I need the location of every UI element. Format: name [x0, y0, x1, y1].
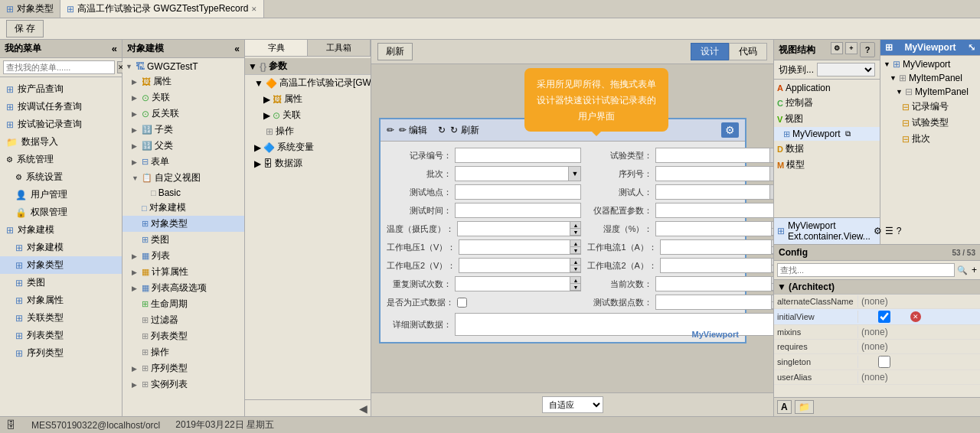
tree-table[interactable]: ▶ ⊟ 表单 — [122, 154, 244, 170]
tree-attr[interactable]: ▶ 🖼 属性 — [122, 73, 244, 90]
menu-item-rel-type[interactable]: ⊞ 关联类型 — [0, 309, 122, 327]
dict-tab-toolbox[interactable]: 工具箱 — [308, 40, 371, 56]
dict-sys-var[interactable]: ▶ 🔷 系统变量 — [245, 139, 371, 155]
spin-datapoints-down[interactable]: ▼ — [772, 302, 773, 309]
refresh-form-icon[interactable]: ↻ — [438, 125, 446, 135]
ct-record-no[interactable]: ⊟ 记录编号 — [880, 99, 980, 115]
spin-voltage2-down[interactable]: ▼ — [570, 265, 580, 272]
tree-lifecycle[interactable]: ⊞ 生命周期 — [122, 296, 244, 312]
combo-test-type-arrow[interactable]: ▼ — [769, 148, 773, 162]
menu-item-obj-model[interactable]: ⊞ 对象建模 — [0, 221, 122, 239]
adaptive-select[interactable]: 自适应 — [542, 396, 603, 413]
input-tester[interactable] — [656, 185, 769, 199]
tree-classdiag[interactable]: ⊞ 类图 — [122, 232, 244, 248]
design-button[interactable]: 设计 — [691, 43, 729, 60]
vs-help-icon[interactable]: ? — [860, 42, 875, 57]
menu-item-seq-type[interactable]: ⊞ 序列类型 — [0, 344, 122, 362]
dict-tab-dict[interactable]: 字典 — [245, 40, 308, 56]
vs-data[interactable]: D 数据 — [774, 141, 880, 157]
combo-batch-arrow[interactable]: ▼ — [568, 167, 580, 181]
tree-calc-prop[interactable]: ▶ ▦ 计算属性 — [122, 264, 244, 280]
input-record-no[interactable] — [455, 148, 581, 163]
input-batch[interactable] — [456, 167, 568, 181]
tab-object-type[interactable]: ⊞ 对象类型 — [0, 0, 60, 18]
config-checkbox-singleton[interactable] — [861, 356, 907, 368]
config-add-icon[interactable]: + — [972, 265, 977, 275]
input-current-count[interactable] — [656, 277, 770, 291]
input-voltage2[interactable] — [459, 259, 570, 272]
tree-objtype[interactable]: ⊞ 对象类型 — [122, 216, 244, 232]
input-temp[interactable] — [458, 222, 570, 236]
dict-prop[interactable]: ▶ 🖼 属性 — [245, 91, 371, 107]
dict-datasource[interactable]: ▶ 🗄 数据源 — [245, 155, 371, 171]
ct-myviewport[interactable]: ▼ ⊞ MyViewport — [880, 57, 980, 71]
spin-current1-down[interactable]: ▼ — [772, 247, 773, 254]
vs-switch-select[interactable] — [817, 63, 875, 77]
input-serial-no[interactable] — [656, 167, 769, 181]
menu-item-obj-model2[interactable]: ⊞ 对象建模 — [0, 239, 122, 256]
dict-collapse-arrow[interactable]: ◀ — [359, 402, 368, 415]
dict-gwgz-record[interactable]: ▼ 🔶 高温工作试验记录[GWG... — [245, 75, 371, 91]
tree-instance-list[interactable]: ▶ ⊞ 实例列表 — [122, 376, 244, 392]
spin-datapoints-up[interactable]: ▲ — [772, 295, 773, 302]
tree-listtype2[interactable]: ⊞ 列表类型 — [122, 328, 244, 344]
menu-item-user-mgmt[interactable]: 👤 用户管理 — [0, 186, 122, 203]
tree-list[interactable]: ▶ ▦ 列表 — [122, 248, 244, 264]
menu-item-product[interactable]: ⊞ 按产品查询 — [0, 80, 122, 98]
vs-model[interactable]: M 模型 — [774, 157, 880, 173]
input-current1[interactable] — [661, 240, 771, 254]
vs-view[interactable]: V 视图 — [774, 111, 880, 127]
menu-item-sys-settings[interactable]: ⚙ 系统设置 — [0, 168, 122, 186]
spin-current2-up[interactable]: ▲ — [772, 259, 773, 265]
config-clear-initial-view[interactable]: ✕ — [910, 311, 921, 322]
spin-current1-up[interactable]: ▲ — [772, 240, 773, 247]
input-humidity[interactable] — [656, 222, 770, 236]
menu-item-debug-task[interactable]: ⊞ 按调试任务查询 — [0, 98, 122, 116]
spin-temp-down[interactable]: ▼ — [570, 229, 580, 236]
ct-expand-icon[interactable]: ⤡ — [968, 42, 975, 53]
tab-gwgz[interactable]: ⊞ 高温工作试验记录 GWGZTestTypeRecord ✕ — [60, 0, 264, 18]
collapse-icon[interactable]: « — [112, 43, 117, 54]
checkbox-is-formal[interactable] — [457, 298, 467, 308]
vs-myviewport[interactable]: ⊞ MyViewport ⧉ — [774, 127, 880, 141]
spin-temp-up[interactable]: ▲ — [570, 222, 580, 229]
form-settings-button[interactable]: ⚙ — [721, 122, 739, 138]
menu-item-class-diagram[interactable]: ⊞ 类图 — [0, 274, 122, 291]
spin-humidity-up[interactable]: ▲ — [772, 222, 773, 229]
tree-gwgz[interactable]: ▼ 🏗 GWGZTestT — [122, 60, 244, 73]
spin-repeat-down[interactable]: ▼ — [570, 284, 580, 291]
ct-myitempanel2[interactable]: ▼ ⊟ MyItemPanel — [880, 85, 980, 99]
tree-rel[interactable]: ▶ ⊙ 关联 — [122, 90, 244, 106]
ct-batch[interactable]: ⊟ 批次 — [880, 131, 980, 147]
menu-item-obj-prop[interactable]: ⊞ 对象属性 — [0, 291, 122, 309]
tree-custom-view[interactable]: ▼ 📋 自定义视图 — [122, 170, 244, 186]
input-voltage1[interactable] — [459, 240, 570, 254]
spin-voltage1-down[interactable]: ▼ — [570, 247, 580, 254]
spin-current2-down[interactable]: ▼ — [772, 265, 773, 272]
menu-item-test-record[interactable]: ⊞ 按试验记录查询 — [0, 116, 122, 133]
menu-search-input[interactable] — [3, 60, 115, 74]
config-search-input[interactable] — [777, 263, 955, 277]
tree-filter[interactable]: ⊞ 过滤器 — [122, 312, 244, 328]
tree-parent[interactable]: ▶ 🔢 父类 — [122, 138, 244, 154]
tab-gwgz-close[interactable]: ✕ — [251, 5, 257, 13]
tree-basic[interactable]: □ Basic — [122, 186, 244, 200]
tree-subclass[interactable]: ▶ 🔢 子类 — [122, 122, 244, 138]
save-button[interactable]: 保 存 — [6, 20, 44, 37]
spin-currcount-down[interactable]: ▼ — [772, 284, 773, 291]
folder-button[interactable]: 📁 — [795, 400, 814, 414]
input-data-points[interactable] — [656, 295, 770, 309]
combo-serial-no-arrow[interactable]: ▼ — [769, 167, 773, 181]
input-repeat-count[interactable] — [456, 277, 570, 291]
vs-add-icon[interactable]: + — [845, 42, 858, 54]
vs-controller[interactable]: C 控制器 — [774, 95, 880, 111]
obj-panel-collapse[interactable]: « — [234, 44, 240, 54]
vs-app[interactable]: A Application — [774, 81, 880, 95]
config-checkbox-initial-view[interactable] — [861, 311, 907, 323]
menu-item-obj-type[interactable]: ⊞ 对象类型 — [0, 256, 122, 274]
dict-rel[interactable]: ▶ ⊙ 关联 — [245, 107, 371, 123]
menu-item-list-type[interactable]: ⊞ 列表类型 — [0, 327, 122, 344]
tree-operation[interactable]: ⊞ 操作 — [122, 344, 244, 360]
input-test-location[interactable] — [455, 184, 581, 200]
spin-repeat-up[interactable]: ▲ — [570, 277, 580, 284]
